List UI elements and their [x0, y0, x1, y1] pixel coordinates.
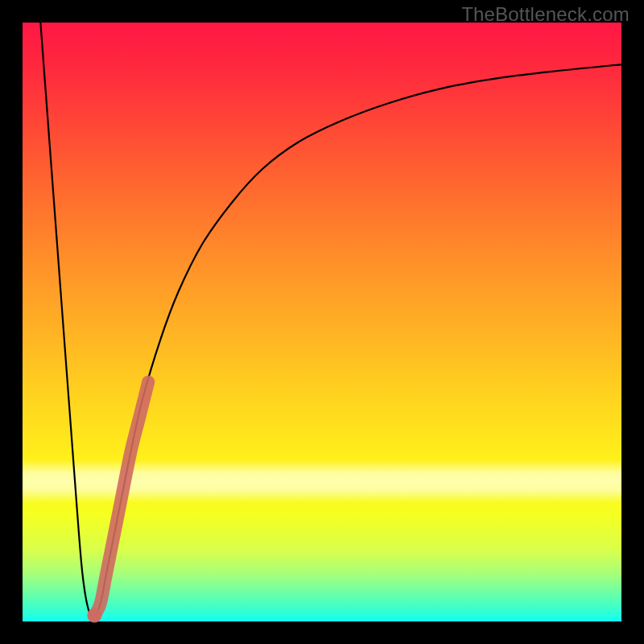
curve-minimum-dot — [87, 609, 101, 623]
chart-svg — [23, 23, 621, 621]
highlight-overlay — [94, 382, 148, 615]
curve-line — [40, 23, 621, 616]
plot-area — [23, 23, 621, 621]
watermark-text: TheBottleneck.com — [461, 3, 630, 26]
